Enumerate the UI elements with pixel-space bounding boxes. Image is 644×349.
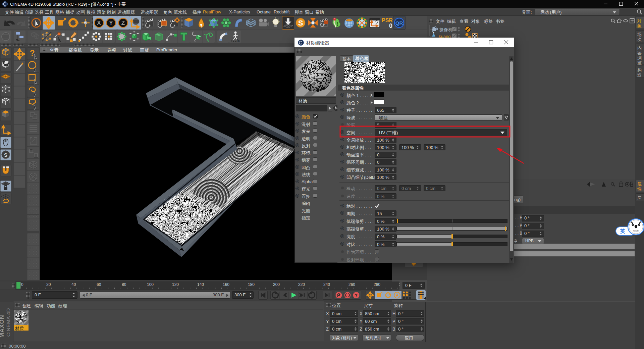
svg-text:60: 60: [97, 282, 101, 287]
svg-text:100: 100: [147, 282, 154, 287]
svg-text:?: ?: [30, 48, 35, 57]
svg-text:QR: QR: [395, 20, 403, 26]
svg-text:行走者: 行走者: [633, 230, 639, 232]
svg-text:P: P: [396, 293, 398, 298]
svg-text:?: ?: [355, 293, 358, 298]
svg-text:英: 英: [620, 228, 625, 234]
svg-text:180: 180: [248, 282, 255, 287]
svg-text:280: 280: [374, 282, 380, 287]
svg-text:S: S: [298, 19, 303, 27]
svg-text:S: S: [4, 152, 7, 158]
svg-text:220: 220: [298, 282, 305, 287]
svg-text:Y: Y: [109, 20, 113, 26]
svg-text:260: 260: [348, 282, 355, 287]
svg-text:140: 140: [197, 282, 204, 287]
svg-text:fx: fx: [236, 39, 240, 43]
svg-text:40: 40: [71, 282, 76, 287]
svg-text:160: 160: [223, 282, 229, 287]
svg-text:20: 20: [46, 282, 51, 287]
svg-text:0: 0: [21, 282, 23, 287]
svg-text:120: 120: [172, 282, 179, 287]
svg-text:240: 240: [323, 282, 330, 287]
svg-text:300: 300: [399, 282, 399, 287]
svg-text:80: 80: [122, 282, 126, 287]
svg-text:摄像机: 摄像机: [439, 27, 452, 32]
svg-text:0: 0: [389, 22, 392, 29]
svg-text:200: 200: [273, 282, 280, 287]
svg-text:X: X: [97, 20, 101, 26]
svg-text:Z: Z: [121, 20, 125, 26]
